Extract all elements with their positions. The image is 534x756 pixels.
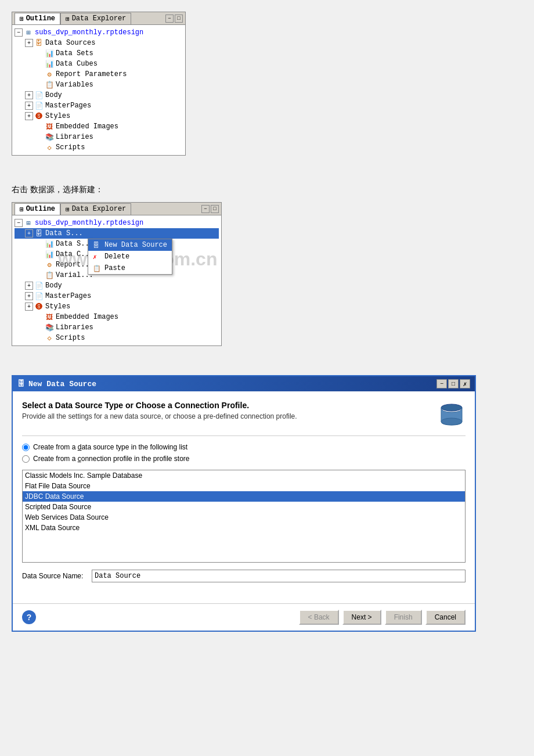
datasources-label-2: Data S... (45, 229, 83, 237)
body-label-2: Body (45, 282, 62, 290)
radio-group: Create from a data source type in the fo… (22, 443, 466, 463)
tab-outline-2[interactable]: ⊞ Outline (15, 203, 60, 215)
datasources-icon-2: 🗄 (34, 229, 44, 238)
styles-expand-2[interactable]: + (25, 303, 33, 311)
list-item[interactable]: + 📄 MasterPages (15, 100, 183, 111)
datasource-list[interactable]: Classic Models Inc. Sample Database Flat… (22, 470, 466, 563)
dataexplorer-tab-label-1: Data Explorer (72, 15, 127, 23)
list-item[interactable]: + 🗄 Data Sources (15, 38, 183, 48)
dialog-minimize-btn[interactable]: − (436, 379, 447, 388)
tree-root-1[interactable]: − ⊞ subs_dvp_monthly.rptdesign (15, 27, 183, 38)
datacubes-label-1: Data Cubes (56, 60, 98, 68)
outline-tab-icon-2: ⊞ (20, 206, 24, 213)
root-expand-btn-1[interactable]: − (15, 28, 23, 37)
radio-profile-input[interactable] (22, 455, 30, 463)
masterpages-expand-1[interactable]: + (25, 102, 33, 110)
list-item[interactable]: Flat File Data Source (23, 481, 465, 491)
list-item-jdbc: JDBC Data Source (25, 492, 84, 501)
tab-outline-1[interactable]: ⊞ Outline (15, 13, 60, 24)
list-item[interactable]: 📊 Data Sets (15, 48, 183, 59)
list-item[interactable]: JDBC Data Source (23, 491, 465, 502)
panel2-header: ⊞ Outline ⊞ Data Explorer − □ (12, 203, 221, 215)
masterpages-label-2: MasterPages (45, 292, 91, 300)
dialog-footer: ? < Back Next > Finish Cancel (13, 603, 475, 631)
variables-label-1: Variables (56, 81, 93, 89)
list-item[interactable]: + 🗄 Data S... (15, 228, 219, 239)
context-menu-paste-label: Paste (104, 264, 125, 272)
dialog-maximize-btn[interactable]: □ (448, 379, 459, 388)
panel1-wrapper: ⊞ Outline ⊞ Data Explorer − □ − ⊞ subs_d… (12, 12, 186, 167)
list-item[interactable]: XML Data Source (23, 523, 465, 533)
back-button[interactable]: < Back (299, 610, 339, 625)
masterpages-label-1: MasterPages (45, 102, 91, 110)
scripts-label-2: Scripts (56, 334, 85, 342)
tab-dataexplorer-1[interactable]: ⊞ Data Explorer (60, 13, 131, 24)
body-expand-1[interactable]: + (25, 91, 33, 99)
body-expand-2[interactable]: + (25, 282, 33, 290)
context-menu-item-delete[interactable]: ✗ Delete (88, 251, 172, 262)
context-menu-item-paste[interactable]: 📋 Paste (88, 262, 172, 274)
list-item[interactable]: 📊 Data Cubes (15, 59, 183, 69)
masterpages-icon-1: 📄 (34, 101, 44, 110)
tab-dataexplorer-2[interactable]: ⊞ Data Explorer (60, 203, 131, 215)
list-item[interactable]: 🖼 Embedded Images (15, 121, 183, 132)
root-label-2: subs_dvp_monthly.rptdesign (35, 219, 143, 227)
list-item[interactable]: 🖼 Embedded Images (15, 312, 219, 322)
styles-expand-1[interactable]: + (25, 112, 33, 120)
datasets-label-1: Data Sets (56, 49, 93, 57)
scripts-icon-2: ◇ (45, 333, 54, 343)
list-item[interactable]: ◇ Scripts (15, 142, 183, 153)
datasets-icon-1: 📊 (45, 49, 54, 58)
masterpages-expand-2[interactable]: + (25, 292, 33, 300)
footer-buttons: < Back Next > Finish Cancel (299, 610, 466, 625)
dialog-header-icon (438, 401, 466, 429)
list-item[interactable]: Web Services Data Source (23, 512, 465, 523)
params-icon-2: ⚙ (45, 260, 54, 269)
finish-button[interactable]: Finish (385, 610, 422, 625)
panel1-minimize-btn[interactable]: − (165, 15, 174, 23)
list-item[interactable]: + 🅢 Styles (15, 111, 183, 121)
delete-menu-icon: ✗ (93, 253, 102, 261)
datasources-expand-2[interactable]: + (25, 229, 33, 237)
panel1-maximize-btn[interactable]: □ (175, 15, 183, 23)
panel2-minimize-btn[interactable]: − (201, 205, 210, 213)
datasource-name-input[interactable] (92, 570, 466, 582)
help-button[interactable]: ? (22, 610, 36, 624)
radio-type-input[interactable] (22, 444, 30, 451)
context-menu-new-label: New Data Source (104, 241, 167, 249)
datasets-icon-2: 📊 (45, 239, 54, 249)
list-item[interactable]: 📋 Variables (15, 80, 183, 90)
list-item[interactable]: ⚙ Report Parameters (15, 69, 183, 80)
tree-root-2[interactable]: − ⊞ subs_dvp_monthly.rptdesign (15, 218, 219, 228)
outline-tab-label-2: Outline (26, 205, 55, 213)
new-data-source-dialog: 🗄 New Data Source − □ ✗ Select a Data So… (12, 375, 476, 632)
list-item[interactable]: + 📄 MasterPages (15, 291, 219, 301)
list-item[interactable]: + 📄 Body (15, 90, 183, 100)
list-item[interactable]: + 🅢 Styles (15, 301, 219, 312)
list-item[interactable]: Scripted Data Source (23, 502, 465, 512)
styles-icon-2: 🅢 (34, 302, 44, 311)
context-menu: 🗄 New Data Source ✗ Delete 📋 Paste (88, 239, 172, 275)
outline-panel-2: ⊞ Outline ⊞ Data Explorer − □ − ⊞ subs_d… (12, 202, 222, 346)
radio-type-label: Create from a data source type in the fo… (33, 443, 187, 451)
list-item[interactable]: ◇ Scripts (15, 333, 219, 343)
list-item-classic: Classic Models Inc. Sample Database (25, 471, 142, 480)
radio-item-type: Create from a data source type in the fo… (22, 443, 466, 451)
dialog-close-btn[interactable]: ✗ (460, 379, 470, 388)
list-item[interactable]: 📚 Libraries (15, 132, 183, 142)
root-expand-btn-2[interactable]: − (15, 219, 23, 227)
panel2-maximize-btn[interactable]: □ (211, 205, 219, 213)
body-icon-1: 📄 (34, 91, 44, 100)
list-item[interactable]: + 📄 Body (15, 280, 219, 291)
list-item[interactable]: Classic Models Inc. Sample Database (23, 470, 465, 481)
context-menu-item-new[interactable]: 🗄 New Data Source (88, 239, 172, 251)
cancel-button[interactable]: Cancel (425, 610, 466, 625)
params-icon-1: ⚙ (45, 70, 54, 79)
images-icon-2: 🖼 (45, 312, 54, 322)
back-button-label: < Back (308, 613, 330, 621)
next-button[interactable]: Next > (342, 610, 381, 625)
list-item[interactable]: 📚 Libraries (15, 322, 219, 333)
radio-profile-label: Create from a connection profile in the … (33, 455, 189, 463)
paste-menu-icon: 📋 (93, 265, 102, 272)
datasources-expand-1[interactable]: + (25, 39, 33, 47)
